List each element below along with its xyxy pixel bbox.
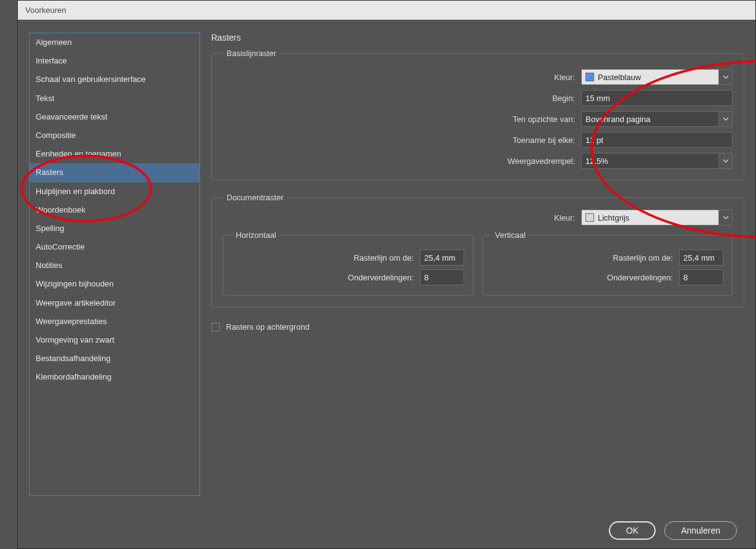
document-legend: Documentraster (223, 193, 287, 202)
category-sidebar: AlgemeenInterfaceSchaal van gebruikersin… (29, 33, 200, 496)
color-swatch-icon (585, 213, 594, 222)
preferences-window: Voorkeuren AlgemeenInterfaceSchaal van g… (17, 0, 756, 549)
label-h-gridline: Rasterlijn om de: (353, 253, 414, 262)
panel-title: Rasters (211, 33, 744, 43)
label-threshold: Weergavedrempel: (366, 157, 575, 166)
baseline-start-input[interactable] (581, 90, 733, 106)
sidebar-item[interactable]: Vormgeving van zwart (30, 331, 199, 349)
sidebar-item[interactable]: Geavanceerde tekst (30, 108, 199, 126)
baseline-color-select[interactable]: Pastelblauw (581, 69, 733, 85)
baseline-grid-group: Basislijnraster Kleur: Pastelblauw (211, 49, 744, 181)
dialog-footer: OK Annuleren (609, 521, 737, 540)
h-sub-input[interactable] (420, 269, 464, 285)
sidebar-item[interactable]: Woordenboek (30, 201, 199, 219)
baseline-relative-select[interactable]: Bovenrand pagina (581, 111, 733, 127)
document-grid-group: Documentraster Kleur: Lichtgrijs (211, 193, 744, 307)
grids-back-label: Rasters op achtergrond (226, 322, 310, 331)
main-panel: Rasters Basislijnraster Kleur: Pastelbla… (211, 33, 744, 540)
sidebar-item[interactable]: Wijzigingen bijhouden (30, 275, 199, 293)
dropdown-arrow-icon[interactable] (719, 209, 733, 226)
document-color-value: Lichtgrijs (598, 213, 629, 222)
document-color-select[interactable]: Lichtgrijs (581, 209, 733, 226)
h-gridline-input[interactable] (420, 250, 464, 266)
baseline-threshold-select[interactable]: 12,5% (581, 153, 733, 169)
sidebar-item[interactable]: Interface (30, 52, 199, 70)
cancel-button[interactable]: Annuleren (664, 521, 737, 540)
dropdown-arrow-icon[interactable] (719, 69, 733, 85)
baseline-threshold-value: 12,5% (585, 157, 608, 166)
sidebar-item[interactable]: Weergaveprestaties (30, 312, 199, 331)
sidebar-item[interactable]: Bestandsafhandeling (30, 349, 199, 368)
label-doc-kleur: Kleur: (554, 213, 575, 222)
baseline-relative-value: Bovenrand pagina (585, 115, 651, 124)
sidebar-item[interactable]: Weergave artikeleditor (30, 294, 199, 312)
label-increment: Toename bij elke: (366, 136, 575, 145)
label-begin: Begin: (366, 94, 575, 103)
checkbox-icon[interactable] (211, 323, 220, 331)
horizontal-legend: Horizontaal (232, 230, 280, 240)
baseline-color-value: Pastelblauw (598, 73, 641, 82)
horizontal-group: Horizontaal Rasterlijn om de: Onderverde… (223, 230, 473, 296)
sidebar-item[interactable]: Rasters (30, 163, 199, 182)
window-title: Voorkeuren (25, 6, 66, 15)
sidebar-item[interactable]: Notities (30, 256, 199, 275)
sidebar-item[interactable]: Algemeen (30, 33, 199, 52)
dropdown-arrow-icon[interactable] (719, 111, 733, 127)
vertical-group: Verticaal Rasterlijn om de: Onderverdeli… (482, 230, 733, 296)
v-sub-input[interactable] (679, 269, 723, 285)
sidebar-item[interactable]: Eenheden en toenamen (30, 145, 199, 163)
dropdown-arrow-icon[interactable] (719, 153, 733, 169)
titlebar: Voorkeuren (18, 1, 755, 20)
label-h-sub: Onderverdelingen: (348, 273, 414, 282)
v-gridline-input[interactable] (679, 250, 723, 266)
label-relative: Ten opzichte van: (366, 115, 575, 124)
sidebar-item[interactable]: Spelling (30, 219, 199, 238)
sidebar-item[interactable]: Compositie (30, 126, 199, 145)
dialog-body: AlgemeenInterfaceSchaal van gebruikersin… (18, 20, 755, 548)
sidebar-item[interactable]: Schaal van gebruikersinterface (30, 70, 199, 89)
sidebar-item[interactable]: Hulplijnen en plakbord (30, 182, 199, 201)
sidebar-item[interactable]: Klembordafhandeling (30, 368, 199, 386)
label-v-gridline: Rasterlijn om de: (613, 253, 673, 262)
grids-back-checkbox-row[interactable]: Rasters op achtergrond (211, 322, 744, 331)
label-kleur: Kleur: (366, 73, 575, 82)
vertical-legend: Verticaal (491, 230, 529, 240)
color-swatch-icon (585, 73, 594, 81)
ok-button[interactable]: OK (609, 521, 656, 540)
baseline-increment-input[interactable] (581, 132, 733, 148)
sidebar-item[interactable]: AutoCorrectie (30, 238, 199, 256)
baseline-legend: Basislijnraster (223, 49, 280, 58)
sidebar-item[interactable]: Tekst (30, 89, 199, 108)
label-v-sub: Onderverdelingen: (607, 273, 673, 282)
